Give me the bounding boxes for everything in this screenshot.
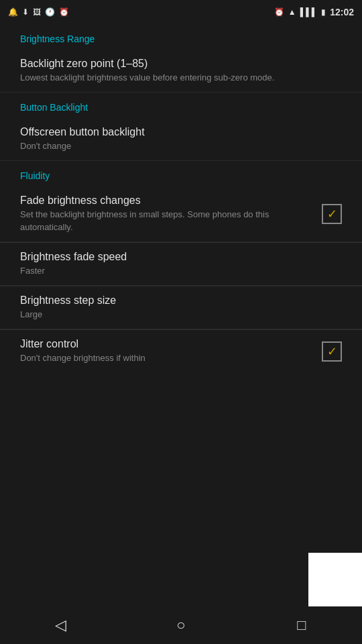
brightness-fade-speed-item[interactable]: Brightness fade speed Faster xyxy=(0,243,362,286)
backlight-zero-point-item[interactable]: Backlight zero point (1–85) Lowest backl… xyxy=(0,50,362,93)
nav-home-button[interactable]: ○ xyxy=(161,612,201,639)
jitter-control-title: Jitter control xyxy=(20,338,311,350)
fade-brightness-changes-subtitle: Set the backlight brightness in small st… xyxy=(20,209,311,233)
settings-content: Brightness Range Backlight zero point (1… xyxy=(0,24,362,606)
backlight-zero-point-subtitle: Lowest backlight brightness value before… xyxy=(20,72,342,84)
white-overlay-box xyxy=(308,553,362,606)
brightness-step-size-subtitle: Large xyxy=(20,309,342,321)
offscreen-button-backlight-subtitle: Don't change xyxy=(20,140,342,152)
battery-icon: ▮ xyxy=(321,7,326,17)
nav-back-button[interactable]: ◁ xyxy=(40,612,80,639)
nav-bar: ◁ ○ □ xyxy=(0,606,362,644)
offscreen-button-backlight-title: Offscreen button backlight xyxy=(20,126,342,138)
status-bar: 🔔 ⬇ 🖼 🕐 ⏰ ⏰ ▲ ▌▌▌ ▮ 12:02 xyxy=(0,0,362,24)
status-bar-left: 🔔 ⬇ 🖼 🕐 ⏰ xyxy=(8,7,69,17)
status-time: 12:02 xyxy=(330,7,354,17)
button-backlight-section-header: Button Backlight xyxy=(0,93,362,118)
jitter-control-subtitle: Don't change brightness if within xyxy=(20,352,311,364)
jitter-control-item[interactable]: Jitter control Don't change brightness i… xyxy=(0,330,362,372)
alarm-icon-right: ⏰ xyxy=(274,7,284,17)
fade-brightness-changes-title: Fade brightness changes xyxy=(20,195,311,207)
fluidity-section-header: Fluidity xyxy=(0,161,362,186)
jitter-control-text: Jitter control Don't change brightness i… xyxy=(20,338,322,364)
download-icon: ⬇ xyxy=(22,7,29,17)
fade-brightness-changes-checkbox[interactable]: ✓ xyxy=(322,204,342,224)
alarm-icon: ⏰ xyxy=(59,7,69,17)
nav-recent-button[interactable]: □ xyxy=(282,612,322,639)
notification-icon: 🔔 xyxy=(8,7,18,17)
brightness-fade-speed-subtitle: Faster xyxy=(20,265,342,277)
checkmark-icon: ✓ xyxy=(327,208,337,220)
brightness-step-size-item[interactable]: Brightness step size Large xyxy=(0,286,362,329)
status-bar-right: ⏰ ▲ ▌▌▌ ▮ 12:02 xyxy=(274,7,354,17)
brightness-range-section-header: Brightness Range xyxy=(0,24,362,50)
jitter-control-checkbox[interactable]: ✓ xyxy=(322,341,342,362)
fade-brightness-changes-item[interactable]: Fade brightness changes Set the backligh… xyxy=(0,186,362,241)
wifi-icon: ▲ xyxy=(288,7,296,17)
brightness-step-size-title: Brightness step size xyxy=(20,294,342,307)
brightness-fade-speed-title: Brightness fade speed xyxy=(20,251,342,263)
image-icon: 🖼 xyxy=(33,7,41,17)
fade-brightness-changes-text: Fade brightness changes Set the backligh… xyxy=(20,195,322,233)
jitter-checkmark-icon: ✓ xyxy=(327,345,337,358)
signal-icon: ▌▌▌ xyxy=(300,7,318,17)
backlight-zero-point-title: Backlight zero point (1–85) xyxy=(20,58,342,70)
clock-icon-left: 🕐 xyxy=(45,7,55,17)
offscreen-button-backlight-item[interactable]: Offscreen button backlight Don't change xyxy=(0,118,362,161)
